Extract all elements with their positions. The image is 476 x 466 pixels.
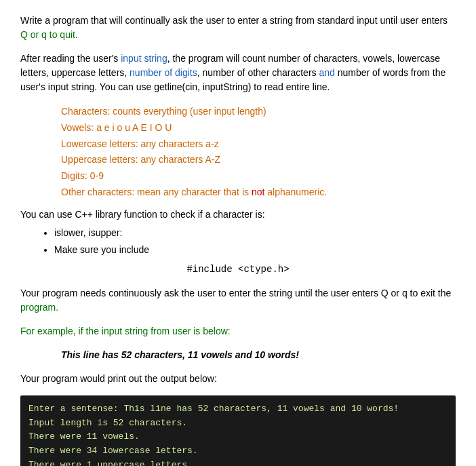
- example-line: This line has 52 characters, 11 vowels a…: [61, 348, 456, 362]
- para2-prefix: After reading the user's: [20, 53, 121, 64]
- characters-label: Characters: counts everything (user inpu…: [61, 106, 266, 117]
- digits-label: Digits: 0-9: [61, 170, 104, 181]
- other-label: Other characters: mean any character tha…: [61, 187, 252, 197]
- def-characters: Characters: counts everything (user inpu…: [61, 104, 456, 120]
- loop-text: Your program needs continuously ask the …: [20, 288, 451, 298]
- include-code: #include <ctype.h>: [20, 263, 456, 277]
- def-digits: Digits: 0-9: [61, 168, 456, 185]
- intro-paragraph-2: After reading the user's input string, t…: [20, 52, 456, 94]
- example-intro: For example, if the input string from us…: [20, 324, 456, 338]
- uppercase-label: Uppercase letters: any characters A-Z: [61, 154, 220, 165]
- terminal-line-4: There were 34 lowercase letters.: [28, 444, 448, 459]
- vowels-label: Vowels:: [61, 122, 96, 133]
- def-lowercase: Lowercase letters: any characters a-z: [61, 136, 456, 153]
- terminal-line-5: There were 1 uppercase letters.: [28, 459, 448, 466]
- library-intro: You can use C++ library function to chec…: [20, 208, 456, 222]
- terminal-line-3: There were 11 vowels.: [28, 430, 448, 444]
- library-section: You can use C++ library function to chec…: [20, 208, 456, 277]
- other-suffix: alphanumeric.: [264, 187, 327, 197]
- library-list: islower, isupper: Make sure you include: [54, 226, 456, 257]
- output-intro: Your program would print out the output …: [20, 372, 456, 386]
- program-highlight: program.: [20, 302, 58, 313]
- quit-highlight: Q or q to quit.: [20, 29, 78, 40]
- output-intro-text: Your program would print out the output …: [20, 373, 217, 384]
- def-uppercase: Uppercase letters: any characters A-Z: [61, 152, 456, 168]
- not-highlight: not: [252, 187, 264, 197]
- para2-middle2: , number of other characters: [197, 67, 319, 78]
- terminal-output: Enter a sentense: This line has 52 chara…: [20, 395, 456, 466]
- library-item-2: Make sure you include: [54, 243, 456, 257]
- example-line-container: This line has 52 characters, 11 vowels a…: [20, 348, 456, 362]
- vowels-value: a e i o u A E I O U: [96, 122, 172, 133]
- terminal-line-1: Enter a sentense: This line has 52 chara…: [28, 402, 448, 416]
- def-other: Other characters: mean any character tha…: [61, 185, 456, 201]
- num-digits-highlight: number of digits: [130, 67, 197, 78]
- definitions-block: Characters: counts everything (user inpu…: [61, 104, 456, 201]
- intro-text-1: Write a program that will continually as…: [20, 15, 448, 26]
- and-highlight: and: [319, 67, 334, 78]
- example-intro-text: For example, if the input string from us…: [20, 326, 231, 336]
- loop-note: Your program needs continuously ask the …: [20, 286, 456, 315]
- input-string-highlight: input string: [121, 53, 167, 64]
- terminal-line-2: Input length is 52 characters.: [28, 416, 448, 431]
- library-item-1: islower, isupper:: [54, 226, 456, 240]
- intro-paragraph-1: Write a program that will continually as…: [20, 14, 456, 42]
- lowercase-label: Lowercase letters: any characters a-z: [61, 138, 219, 149]
- def-vowels: Vowels: a e i o u A E I O U: [61, 120, 456, 136]
